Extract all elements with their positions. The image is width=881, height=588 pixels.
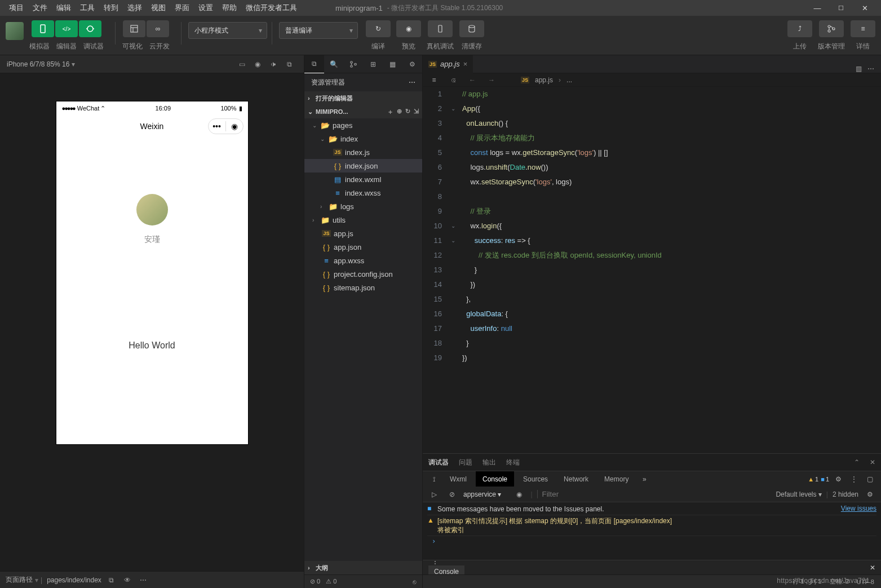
menu-wxdevtools[interactable]: 微信开发者工具 (241, 3, 302, 13)
explorer-tab-ext[interactable]: ⊞ (363, 55, 383, 73)
console-prompt[interactable]: › (427, 536, 876, 546)
tree-file-index-wxml[interactable]: ▤index.wxml (304, 173, 422, 186)
dt-tab-network[interactable]: Network (557, 471, 595, 487)
record-icon[interactable]: ◉ (250, 56, 265, 72)
explorer-tab-settings[interactable]: ⚙ (402, 55, 422, 73)
menu-select[interactable]: 选择 (123, 3, 147, 13)
warn-badge[interactable]: ▲1 (808, 476, 818, 483)
editor-more-icon[interactable]: ⋯ (867, 65, 874, 73)
filter-input[interactable] (537, 490, 642, 498)
menu-edit[interactable]: 编辑 (52, 3, 76, 13)
mute-icon[interactable]: 🕩 (265, 56, 281, 72)
tree-file-index-json[interactable]: { }index.json (304, 159, 422, 173)
list-icon[interactable]: ≡ (427, 76, 441, 84)
user-avatar[interactable] (6, 22, 24, 40)
new-file-icon[interactable]: ＋ (387, 108, 393, 116)
dt-tab-console[interactable]: Console (476, 471, 514, 487)
project-section[interactable]: ⌄MIMIPRO... ＋ ⊕ ↻ ⇲ (304, 105, 422, 118)
code-editor[interactable]: 12345678910111213141516171819 ⌄⌄⌄ // app… (423, 87, 881, 453)
debugger-toggle-button[interactable] (79, 20, 101, 37)
settings-gear-icon[interactable]: ⚙ (863, 490, 876, 498)
inspect-icon[interactable]: ⟟ (427, 475, 441, 483)
levels-select[interactable]: Default levels ▾ (776, 490, 821, 498)
settings-icon[interactable]: ⚙ (831, 475, 845, 483)
hidden-count[interactable]: 2 hidden (833, 490, 858, 498)
dt-tab-memory[interactable]: Memory (597, 471, 635, 487)
menu-file[interactable]: 文件 (28, 3, 52, 13)
refresh-icon[interactable]: ↻ (405, 108, 410, 116)
tree-folder-index[interactable]: ⌄📂index (304, 132, 422, 145)
menu-settings[interactable]: 设置 (194, 3, 218, 13)
clear-cache-button[interactable] (459, 20, 484, 37)
visual-button[interactable] (123, 20, 145, 37)
tree-folder-logs[interactable]: ›📁logs (304, 200, 422, 213)
tree-file-app-wxss[interactable]: ≡app.wxss (304, 254, 422, 267)
dt-more-icon[interactable]: » (637, 475, 651, 483)
preview-button[interactable]: ◉ (396, 20, 421, 37)
menu-help[interactable]: 帮助 (218, 3, 241, 13)
tree-file-app-js[interactable]: JSapp.js (304, 227, 422, 240)
detail-button[interactable]: ≡ (851, 20, 875, 37)
capsule-more-icon[interactable]: ••• (209, 118, 225, 134)
tree-file-index-wxss[interactable]: ≡index.wxss (304, 186, 422, 200)
more-icon[interactable]: ⋯ (135, 572, 151, 588)
info-badge[interactable]: ■1 (821, 476, 829, 483)
errors-count[interactable]: ⊘ 0 (310, 578, 320, 585)
cursor-pos[interactable]: 行 1，列 1 (793, 577, 821, 586)
tree-folder-pages[interactable]: ⌄📂pages (304, 118, 422, 132)
clear-console-icon[interactable]: ⊘ (445, 490, 459, 498)
bp-tab-debugger[interactable]: 调试器 (428, 458, 449, 467)
screenshot-icon[interactable]: ⧉ (281, 56, 297, 72)
bp-tab-issues[interactable]: 问题 (459, 458, 472, 467)
tree-file-index-js[interactable]: JSindex.js (304, 145, 422, 159)
explorer-tab-git[interactable] (344, 55, 364, 73)
outline-section[interactable]: ›大纲 (304, 561, 422, 574)
explorer-tab-search[interactable]: 🔍 (324, 55, 344, 73)
dt-tab-wxml[interactable]: Wxml (443, 471, 473, 487)
copy-path-icon[interactable]: ⧉ (104, 572, 119, 588)
device-label[interactable]: iPhone 6/7/8 85% 16 (7, 60, 69, 68)
editor-toggle-button[interactable]: </> (55, 20, 78, 37)
play-icon[interactable]: ▷ (427, 490, 441, 498)
panel-collapse-icon[interactable]: ⌃ (854, 458, 860, 466)
simulator-toggle-button[interactable] (32, 20, 54, 37)
menu-ui[interactable]: 界面 (170, 3, 194, 13)
editor-tab-app-js[interactable]: JS app.js × (423, 55, 473, 73)
breadcrumb-more[interactable]: ... (566, 76, 572, 84)
split-editor-icon[interactable]: ▥ (856, 65, 862, 73)
explorer-more-icon[interactable]: ⋯ (409, 78, 415, 86)
open-editors-section[interactable]: ›打开的编辑器 (304, 91, 422, 105)
panel-close-icon[interactable]: ✕ (870, 458, 875, 466)
window-maximize-icon[interactable] (829, 0, 853, 16)
sync-icon[interactable]: ⎋ (413, 578, 417, 585)
menu-tools[interactable]: 工具 (76, 3, 99, 13)
nav-fwd-icon[interactable]: → (485, 76, 498, 84)
eye-icon[interactable]: ◉ (512, 490, 526, 498)
capsule-close-icon[interactable]: ◉ (226, 118, 243, 134)
menu-view[interactable]: 视图 (147, 3, 170, 13)
dock-icon[interactable]: ▢ (863, 475, 876, 483)
bp-tab-output[interactable]: 输出 (482, 458, 496, 467)
collapse-icon[interactable]: ⇲ (414, 108, 419, 116)
encoding-label[interactable]: UTF-8 (857, 578, 874, 585)
window-minimize-icon[interactable] (805, 0, 829, 16)
nav-back-icon[interactable]: ← (466, 76, 479, 84)
compile-select[interactable]: 普通编译 (279, 22, 358, 39)
warnings-count[interactable]: ⚠ 0 (326, 578, 337, 585)
compile-button[interactable]: ↻ (366, 20, 391, 37)
new-folder-icon[interactable]: ⊕ (397, 108, 402, 116)
context-select[interactable]: appservice ▾ (463, 490, 508, 498)
remote-debug-button[interactable] (428, 20, 453, 37)
tree-file-sitemap[interactable]: { }sitemap.json (304, 281, 422, 294)
upload-button[interactable]: ⤴ (787, 20, 812, 37)
view-issues-link[interactable]: View issues (841, 505, 876, 512)
mode-select[interactable]: 小程序模式 (188, 22, 267, 39)
bp-tab-terminal[interactable]: 终端 (506, 458, 520, 467)
bookmark-icon[interactable]: ⟃ (446, 76, 460, 84)
explorer-tab-files[interactable]: ⧉ (304, 55, 324, 73)
tree-file-app-json[interactable]: { }app.json (304, 240, 422, 254)
device-rotate-icon[interactable]: ▭ (234, 56, 250, 72)
tree-file-project-config[interactable]: { }project.config.json (304, 267, 422, 281)
menu-goto[interactable]: 转到 (99, 3, 123, 13)
breadcrumb-file[interactable]: app.js (535, 76, 553, 84)
